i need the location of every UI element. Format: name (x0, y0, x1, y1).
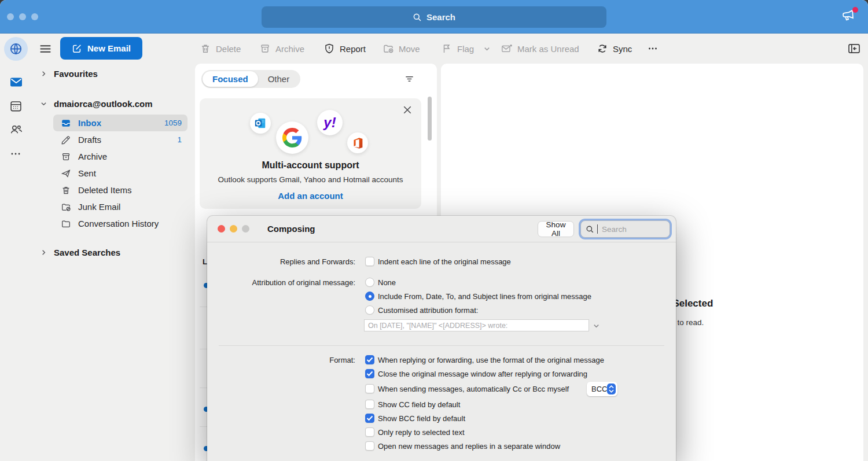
ellipsis-icon (647, 43, 659, 54)
new-email-button[interactable]: New Email (60, 37, 142, 60)
only-reply-selected-label: Only reply to selected text (378, 428, 465, 437)
folder-label: Inbox (78, 118, 157, 128)
folder-label: Archive (78, 152, 175, 161)
use-original-format-checkbox[interactable] (365, 355, 374, 364)
notification-dot (852, 7, 858, 13)
attribution-format-value: On [DATE], "[NAME]" <[ADDRESS]> wrote: (368, 322, 507, 330)
close-original-window-label: Close the original message window after … (378, 370, 587, 378)
toolbar-move-label: Move (399, 44, 420, 54)
junk-folder-icon (61, 202, 71, 212)
sidebar-item-deleted-items[interactable]: Deleted Items (53, 182, 187, 198)
add-account-link[interactable]: Add an account (200, 191, 421, 201)
search-icon (413, 13, 422, 22)
toolbar-more-button[interactable] (647, 40, 659, 57)
outlook-icon (250, 113, 271, 134)
trash-icon (200, 43, 211, 54)
window-close-button[interactable] (7, 13, 14, 20)
rail-people-button[interactable] (9, 123, 23, 137)
sidebar-favourites-header[interactable]: Favourites (41, 69, 98, 79)
sidebar-item-sent[interactable]: Sent (53, 165, 187, 182)
toolbar-flag-button[interactable]: Flag (441, 40, 491, 57)
show-all-button[interactable]: Show All (538, 221, 574, 237)
close-original-window-checkbox[interactable] (365, 369, 374, 378)
folder-label: Drafts (78, 135, 170, 145)
toolbar-delete-button[interactable]: Delete (200, 40, 241, 57)
dialog-close-button[interactable] (218, 225, 225, 233)
filter-button[interactable] (404, 73, 415, 84)
inbox-tabs: Focused Other (201, 70, 300, 88)
preferences-search-field[interactable] (580, 220, 670, 238)
window-zoom-button[interactable] (31, 13, 38, 20)
sidebar-toggle-button[interactable] (38, 42, 53, 56)
archive-icon (61, 152, 71, 162)
tab-focused[interactable]: Focused (203, 71, 258, 87)
show-bcc-checkbox[interactable] (365, 414, 374, 423)
folder-label: Conversation History (78, 219, 175, 228)
tab-other[interactable]: Other (258, 71, 300, 87)
auto-cc-bcc-checkbox[interactable] (365, 384, 374, 393)
rail-mail-button[interactable] (9, 75, 23, 88)
sidebar-account-header[interactable]: dmaiorca@outlook.com (41, 99, 153, 109)
attribution-include-radio[interactable] (365, 292, 374, 301)
compose-icon (72, 43, 82, 54)
flag-icon (441, 43, 453, 54)
sidebar-saved-searches-header[interactable]: Saved Searches (41, 248, 120, 257)
global-search-label: Search (426, 12, 455, 22)
auto-cc-bcc-label: When sending messages, automatically Cc … (378, 385, 569, 393)
attribution-format-dropdown[interactable] (593, 322, 600, 329)
show-bcc-label: Show BCC field by default (378, 414, 465, 423)
ellipsis-icon (9, 147, 22, 160)
archive-icon (259, 43, 271, 54)
sidebar-item-drafts[interactable]: Drafts 1 (53, 131, 187, 148)
dialog-minimize-button[interactable] (230, 225, 237, 233)
toolbar-archive-button[interactable]: Archive (259, 40, 304, 57)
sidebar-item-conversation-history[interactable]: Conversation History (53, 215, 187, 232)
new-email-label: New Email (87, 43, 131, 53)
show-cc-checkbox[interactable] (365, 400, 374, 409)
promo-subtitle: Outlook supports Gmail, Yahoo and Hotmai… (200, 175, 421, 184)
attribution-format-input[interactable]: On [DATE], "[NAME]" <[ADDRESS]> wrote: (364, 319, 589, 331)
close-icon[interactable] (403, 105, 412, 115)
global-search-button[interactable]: Search (262, 6, 606, 28)
dialog-zoom-button (242, 225, 249, 233)
toolbar-flag-label: Flag (457, 44, 474, 54)
rail-more-button[interactable] (9, 147, 23, 161)
reading-pane-toggle-button[interactable] (847, 42, 861, 56)
promo-title: Multi-account support (200, 160, 421, 171)
toolbar-archive-label: Archive (275, 44, 304, 54)
rail-calendar-button[interactable] (9, 99, 23, 113)
folder-label: Sent (78, 168, 175, 178)
sidebar-item-inbox[interactable]: Inbox 1059 (53, 115, 187, 131)
attribution-none-radio[interactable] (365, 278, 374, 287)
toolbar-sync-label: Sync (613, 44, 632, 54)
chevron-down-icon[interactable] (483, 45, 491, 53)
pencil-icon (61, 135, 71, 145)
google-icon (276, 121, 308, 154)
dialog-title: Composing (267, 224, 315, 234)
sidebar-item-junk-email[interactable]: Junk Email (53, 198, 187, 215)
whats-new-button[interactable] (840, 8, 858, 25)
globe-icon (9, 42, 23, 56)
account-label: dmaiorca@outlook.com (54, 99, 153, 109)
toolbar-mark-unread-button[interactable]: Mark as Unread (501, 40, 579, 57)
indent-original-checkbox[interactable] (365, 257, 374, 266)
separate-window-checkbox[interactable] (365, 441, 374, 451)
account-avatar[interactable] (4, 37, 28, 61)
sidebar-item-archive[interactable]: Archive (53, 148, 187, 165)
only-reply-selected-checkbox[interactable] (365, 427, 374, 437)
toolbar-move-button[interactable]: Move (382, 40, 420, 57)
inbox-icon (61, 118, 71, 128)
window-minimize-button[interactable] (19, 13, 26, 20)
stepper-icon (607, 383, 616, 394)
toolbar-report-button[interactable]: Report (323, 40, 366, 57)
folder-label: Deleted Items (78, 185, 175, 195)
filter-icon (404, 73, 415, 84)
outlook-window: Search New Email Delete Archive Report (0, 0, 868, 461)
window-titlebar: Search (0, 0, 868, 34)
cc-bcc-select[interactable]: BCC (587, 382, 617, 396)
preferences-search-input[interactable] (601, 224, 664, 234)
list-scrollbar[interactable] (428, 97, 432, 141)
mail-icon (9, 75, 23, 89)
attribution-custom-radio[interactable] (365, 305, 374, 315)
toolbar-sync-button[interactable]: Sync (597, 40, 632, 57)
